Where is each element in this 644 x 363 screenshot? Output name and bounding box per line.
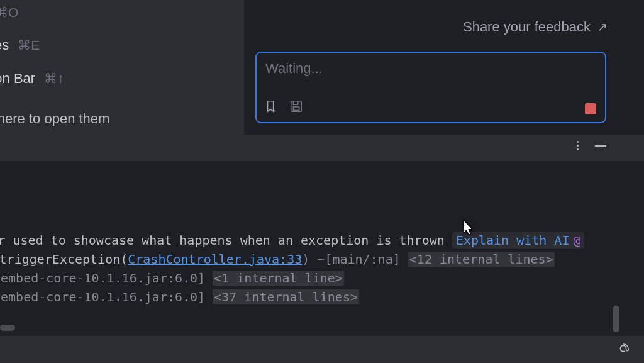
input-placeholder: Waiting... (265, 60, 323, 77)
console-gap (0, 161, 644, 186)
horizontal-scrollbar-thumb[interactable] (0, 325, 15, 331)
shortcut: ⌘E (18, 38, 40, 53)
svg-rect-1 (293, 107, 299, 111)
menu-item-go-to-file[interactable]: to File ⇧⌘O (0, 0, 126, 28)
external-link-icon: ↗ (597, 20, 608, 35)
menu-label: cent Files (0, 37, 9, 53)
ai-input-box[interactable]: Waiting... (255, 52, 606, 123)
menu-item-navigation-bar[interactable]: vigation Bar ⌘↑ (0, 63, 151, 94)
vertical-scrollbar[interactable] (613, 186, 619, 335)
ai-status-icon[interactable] (616, 342, 630, 359)
status-bar (0, 336, 644, 363)
scrollbar-thumb[interactable] (613, 306, 619, 332)
shortcut: ⌘↑ (44, 71, 64, 86)
bookmark-icon[interactable] (264, 99, 278, 116)
tool-window-header (0, 135, 644, 161)
shortcut: ⇧⌘O (0, 5, 18, 20)
minimize-icon[interactable] (595, 145, 606, 147)
menu-label: vigation Bar (0, 70, 35, 87)
drop-files-hint: op files here to open them (0, 111, 109, 127)
internal-lines-fold[interactable]: <12 internal lines> (408, 252, 555, 267)
console-text: ) ~[tomcat-embed-core-10.1.16.jar:6.0] (0, 289, 205, 304)
stop-button[interactable] (585, 103, 596, 114)
console-output[interactable]: ler used to showcase what happens when a… (0, 186, 616, 335)
save-icon[interactable] (289, 99, 303, 116)
feedback-label: Share your feedback (463, 19, 591, 35)
ai-spiral-icon: @ (573, 233, 580, 248)
share-feedback-link[interactable]: Share your feedback ↗ (463, 19, 608, 35)
internal-lines-fold[interactable]: <37 internal lines> (213, 289, 359, 304)
welcome-menu: to File ⇧⌘O cent Files ⌘E vigation Bar ⌘… (0, 0, 244, 138)
more-options-icon[interactable] (577, 141, 579, 150)
menu-item-recent-files[interactable]: cent Files ⌘E (0, 30, 138, 61)
